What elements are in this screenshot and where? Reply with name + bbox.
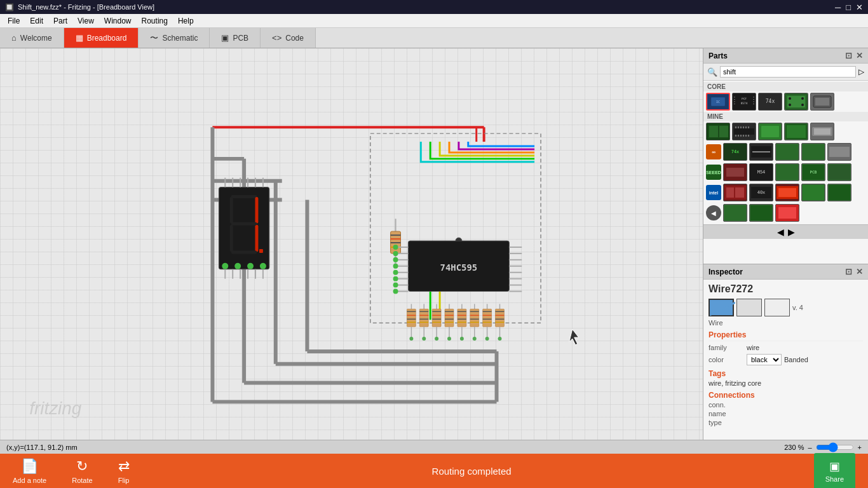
routing-status: Routing completed — [155, 466, 789, 477]
parts-search-bar: 🔍 ▷ — [703, 64, 868, 81]
welcome-icon: ⌂ — [11, 33, 17, 43]
schematic-icon: 〜 — [150, 32, 158, 44]
arduino-thumb-1[interactable]: 74x — [723, 143, 747, 161]
wire-type-label: Wire — [709, 319, 863, 327]
share-button[interactable]: ▣ Share — [814, 453, 855, 489]
tab-schematic[interactable]: 〜 Schematic — [139, 28, 210, 48]
svg-rect-201 — [735, 187, 744, 198]
mine-thumb-3[interactable] — [758, 123, 782, 140]
mine-thumb-1[interactable] — [706, 123, 730, 140]
svg-point-126 — [393, 251, 398, 256]
wire-swatch-1[interactable] — [736, 299, 762, 316]
intel-thumb-5[interactable] — [827, 184, 851, 201]
mine-parts-row-3: SEEED M54 — [703, 162, 868, 182]
nav-circle[interactable]: ◀ — [706, 205, 721, 220]
conn-label-2: name — [709, 410, 740, 417]
window-controls[interactable]: ─ □ ✕ — [835, 3, 863, 12]
arduino-thumb-3[interactable] — [775, 143, 799, 161]
close-button[interactable]: ✕ — [856, 3, 863, 12]
seeed-thumb-4[interactable]: PCB — [801, 163, 825, 181]
svg-rect-195 — [776, 165, 798, 180]
inspector-close-button[interactable]: ✕ — [856, 267, 863, 276]
svg-point-68 — [409, 337, 413, 341]
code-icon: <> — [272, 33, 281, 43]
parts-prev-button[interactable]: ◀ — [777, 227, 784, 237]
conn-label-3: type — [709, 419, 740, 426]
svg-text:IC: IC — [716, 100, 720, 104]
mine-thumb-5[interactable] — [810, 123, 834, 140]
parts-next-button[interactable]: ▶ — [788, 227, 795, 237]
tab-welcome[interactable]: ⌂ Welcome — [0, 28, 64, 48]
inspector-content: Wire7272 v. 4 Wire Properties fam — [703, 280, 868, 431]
wire-swatch-2[interactable] — [764, 299, 790, 316]
last-thumb-3[interactable] — [775, 204, 799, 222]
flip-button[interactable]: ⇄ Flip — [118, 458, 130, 484]
rotate-button[interactable]: ↻ Rotate — [72, 458, 92, 484]
svg-point-125 — [393, 245, 398, 250]
menu-edit[interactable]: Edit — [25, 15, 48, 27]
part-thumb-3[interactable]: 74x — [758, 93, 782, 111]
tab-code[interactable]: <> Code — [261, 28, 316, 48]
tab-welcome-label: Welcome — [20, 34, 52, 43]
tab-breadboard[interactable]: ▦ Breadboard — [64, 28, 139, 48]
breadboard-canvas[interactable]: 74HC595 — [0, 48, 703, 440]
svg-rect-206 — [803, 185, 824, 200]
menu-help[interactable]: Help — [173, 15, 199, 27]
maximize-button[interactable]: □ — [846, 3, 851, 12]
mine-thumb-2[interactable] — [732, 123, 756, 140]
zoom-out-button[interactable]: – — [808, 444, 811, 451]
svg-point-136 — [260, 263, 266, 269]
seeed-thumb-2[interactable]: M54 — [749, 163, 773, 181]
parts-close-button[interactable]: ✕ — [856, 51, 863, 60]
zoom-in-button[interactable]: + — [858, 444, 862, 451]
svg-text:M54: M54 — [757, 170, 766, 175]
svg-text:74x: 74x — [731, 149, 740, 154]
inspector-float-button[interactable]: ⊡ — [845, 267, 852, 276]
menu-part[interactable]: Part — [48, 15, 72, 27]
part-thumb-5[interactable] — [810, 93, 834, 111]
last-thumb-2[interactable] — [749, 204, 773, 222]
svg-rect-14 — [219, 187, 269, 269]
arduino-thumb-2[interactable] — [749, 143, 773, 161]
mine-section-label: MINE — [703, 112, 868, 121]
share-label: Share — [825, 475, 844, 483]
minimize-button[interactable]: ─ — [835, 3, 841, 12]
svg-point-158 — [789, 104, 791, 106]
tab-code-label: Code — [285, 34, 304, 43]
parts-panel: Parts ⊡ ✕ 🔍 ▷ CORE — [703, 48, 868, 264]
color-select[interactable]: black red blue green — [747, 354, 782, 365]
tab-pcb[interactable]: ▣ PCB — [210, 28, 261, 48]
part-thumb-4[interactable] — [784, 93, 808, 111]
menu-file[interactable]: File — [3, 15, 25, 27]
svg-point-108 — [473, 337, 477, 341]
intel-thumb-1[interactable] — [723, 184, 747, 201]
intel-thumb-2[interactable]: 40x — [749, 184, 773, 201]
intel-thumb-4[interactable] — [801, 184, 825, 201]
menu-bar: File Edit Part View Window Routing Help — [0, 14, 868, 28]
wire-swatch-selected[interactable] — [709, 299, 734, 316]
svg-point-156 — [789, 97, 791, 100]
zoom-slider[interactable] — [816, 442, 854, 452]
intel-thumb-3[interactable] — [775, 184, 799, 201]
seeed-thumb-5[interactable] — [827, 163, 851, 181]
svg-text:PCF: PCF — [742, 97, 747, 100]
menu-routing[interactable]: Routing — [137, 15, 173, 27]
part-thumb-1[interactable]: IC — [706, 93, 730, 111]
breadboard-icon: ▦ — [76, 33, 83, 43]
mine-thumb-4[interactable] — [784, 123, 808, 140]
svg-rect-190 — [829, 147, 850, 157]
menu-window[interactable]: Window — [99, 15, 137, 27]
add-note-button[interactable]: 📄 Add a note — [13, 458, 46, 484]
svg-rect-198 — [829, 165, 850, 180]
menu-view[interactable]: View — [72, 15, 99, 27]
seeed-thumb-1[interactable] — [723, 163, 747, 181]
search-submit-button[interactable]: ▷ — [858, 67, 864, 76]
last-thumb-1[interactable] — [723, 204, 747, 222]
part-thumb-2[interactable]: PCF 8574 — [732, 93, 756, 111]
parts-search-input[interactable] — [720, 66, 856, 78]
arduino-thumb-5[interactable] — [827, 143, 851, 161]
seeed-thumb-3[interactable] — [775, 163, 799, 181]
parts-float-button[interactable]: ⊡ — [845, 51, 852, 60]
arduino-thumb-4[interactable] — [801, 143, 825, 161]
inspector-panel: Inspector ⊡ ✕ Wire7272 v. 4 — [703, 264, 868, 440]
